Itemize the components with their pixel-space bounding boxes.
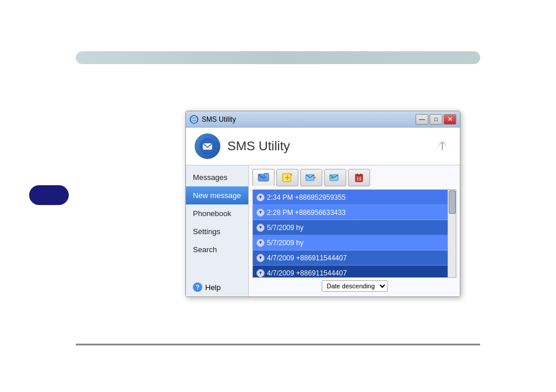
- message-item[interactable]: ▼ 2:28 PM +886956633433: [253, 205, 456, 220]
- maximize-button[interactable]: □: [430, 114, 442, 125]
- message-text: 2:34 PM +886952959355: [267, 193, 346, 202]
- toolbar: 15: [252, 169, 456, 186]
- title-bar-icon: [189, 115, 199, 124]
- sms-utility-window: SMS Utility — □ ✕ SMS Utility: [185, 111, 460, 297]
- sidebar-item-new-message[interactable]: New message: [186, 186, 248, 204]
- sidebar-item-messages[interactable]: Messages: [186, 168, 248, 186]
- left-oval-decoration: [29, 185, 69, 205]
- close-button[interactable]: ✕: [444, 114, 456, 125]
- message-text: 4/7/2009 +886911544407: [267, 254, 347, 262]
- minimize-button[interactable]: —: [416, 114, 428, 125]
- reply-tab-button[interactable]: [324, 169, 346, 186]
- title-bar-left: SMS Utility: [189, 115, 236, 124]
- top-decorative-bar: [76, 51, 480, 64]
- message-arrow-icon: ▼: [256, 193, 265, 202]
- main-panel: 15: [249, 165, 460, 296]
- message-item[interactable]: ▼ 5/7/2009 hy: [253, 220, 456, 235]
- message-text: 5/7/2009 hy: [267, 239, 304, 247]
- svg-text:15: 15: [265, 174, 268, 177]
- sidebar-item-phonebook[interactable]: Phonebook: [186, 204, 248, 223]
- message-text: 2:28 PM +886956633433: [267, 209, 346, 217]
- sort-bar: Date descending Date ascending Sender Su…: [252, 278, 456, 293]
- message-arrow-icon: ▼: [256, 209, 265, 217]
- help-icon: ?: [193, 282, 202, 292]
- message-item[interactable]: ▼ 2:34 PM +886952959355: [253, 190, 456, 205]
- message-text: 4/7/2009 +886911544407: [267, 269, 347, 277]
- message-item[interactable]: ▼ 4/7/2009 +886911544407: [253, 250, 456, 266]
- scrollbar-track[interactable]: [448, 190, 456, 277]
- sort-select[interactable]: Date descending Date ascending Sender Su…: [322, 280, 388, 292]
- message-arrow-icon: ▼: [256, 254, 265, 262]
- message-text: 5/7/2009 hy: [267, 224, 304, 232]
- content-area: Messages New message Phonebook Settings …: [186, 165, 460, 296]
- inbox-tab-button[interactable]: 15: [252, 169, 275, 186]
- svg-rect-24: [356, 175, 363, 182]
- sidebar-item-settings[interactable]: Settings: [186, 223, 248, 241]
- app-header: SMS Utility: [186, 128, 460, 165]
- message-list: ▼ 2:34 PM +886952959355 ▼ 2:28 PM +88695…: [252, 189, 456, 278]
- sidebar-item-search[interactable]: Search: [186, 241, 248, 259]
- message-item[interactable]: ▼ 5/7/2009 hy: [253, 235, 456, 250]
- app-logo: [195, 133, 220, 159]
- title-bar-text: SMS Utility: [202, 115, 236, 123]
- bottom-decorative-bar: [76, 344, 480, 345]
- title-bar: SMS Utility — □ ✕: [186, 111, 460, 128]
- sidebar: Messages New message Phonebook Settings …: [186, 165, 249, 296]
- scrollbar-thumb[interactable]: [449, 190, 456, 214]
- window-controls: — □ ✕: [416, 114, 456, 125]
- svg-marker-21: [314, 176, 316, 179]
- new-message-tab-button[interactable]: [276, 169, 298, 186]
- app-title: SMS Utility: [227, 139, 290, 154]
- message-arrow-icon: ▼: [256, 269, 265, 277]
- signal-antenna-icon: [434, 136, 451, 157]
- delete-tab-button[interactable]: [348, 169, 370, 186]
- forward-tab-button[interactable]: [300, 169, 322, 186]
- message-arrow-icon: ▼: [256, 224, 265, 232]
- message-arrow-icon: ▼: [256, 239, 265, 247]
- help-button[interactable]: ? Help: [186, 278, 248, 296]
- message-item[interactable]: ▼ 4/7/2009 +886911544407: [253, 266, 456, 278]
